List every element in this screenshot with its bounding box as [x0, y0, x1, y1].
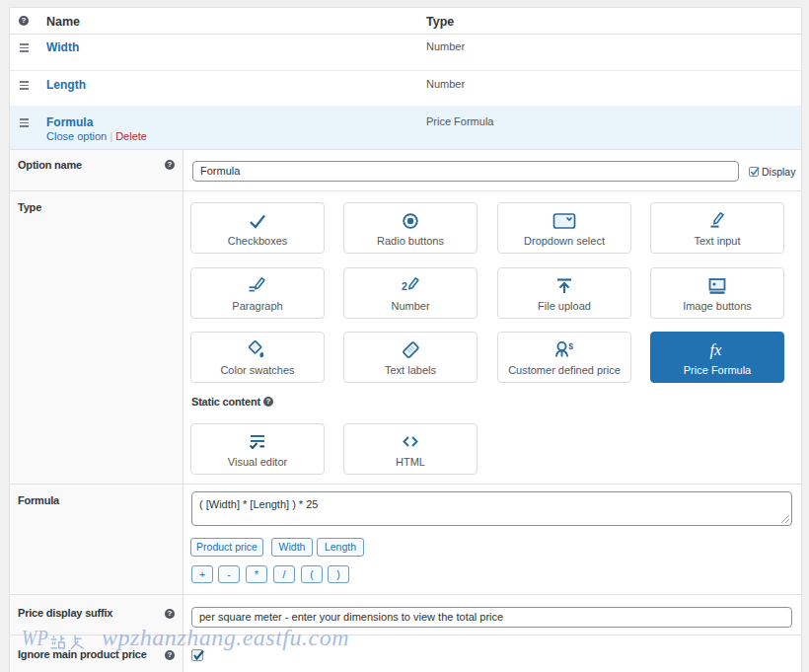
svg-text:$: $ [568, 341, 573, 351]
svg-text:fx: fx [710, 340, 723, 359]
svg-text:2: 2 [402, 280, 407, 292]
